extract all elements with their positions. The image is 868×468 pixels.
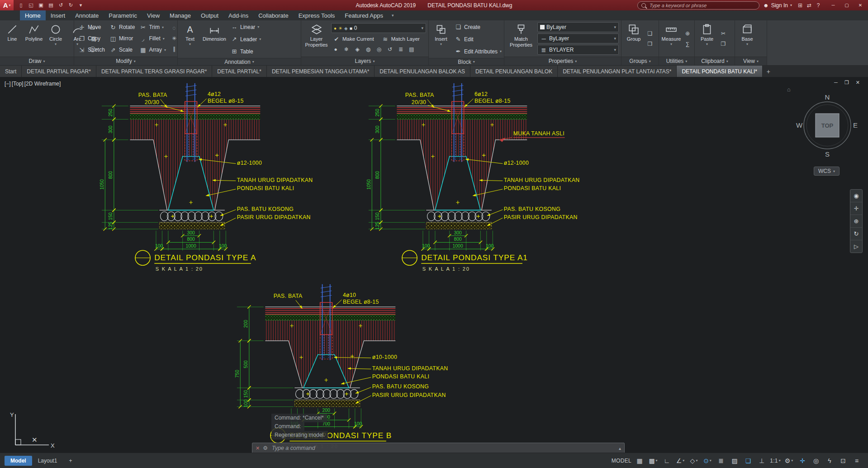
move-button[interactable]: ✛ Move bbox=[76, 22, 107, 33]
ribbon-tab-collaborate[interactable]: Collaborate bbox=[253, 10, 294, 20]
doc-tab-detail-partial-teras-garasi-pagar-[interactable]: DETAIL PARTIAL TERAS GARASI PAGAR* bbox=[96, 66, 212, 77]
new-drawing-tab-button[interactable]: + bbox=[763, 66, 774, 77]
new-layout-button[interactable]: + bbox=[63, 456, 78, 466]
ungroup-button[interactable]: ❑ bbox=[645, 29, 655, 38]
object-color-dropdown[interactable]: ByLayer ▾ bbox=[537, 22, 619, 32]
paste-button[interactable]: Paste ▾ bbox=[697, 21, 717, 56]
doc-restore-button[interactable]: ❐ bbox=[844, 80, 849, 86]
doc-tab-detail-penulangan-balok[interactable]: DETAIL PENULANGAN BALOK bbox=[470, 66, 558, 77]
group-button[interactable]: Group bbox=[624, 21, 644, 56]
command-input[interactable] bbox=[271, 444, 616, 452]
doc-tab-detail-penulangan-balok-as[interactable]: DETAIL PENULANGAN BALOK AS bbox=[375, 66, 470, 77]
clean-screen-button[interactable]: ⊡ bbox=[836, 455, 850, 466]
save-file-button[interactable]: ▣ bbox=[36, 0, 46, 10]
model-space-button[interactable]: MODEL bbox=[610, 455, 633, 466]
ortho-mode-button[interactable]: ∟ bbox=[660, 455, 674, 466]
panel-label-clipboard[interactable]: Clipboard ▾ bbox=[695, 57, 735, 65]
new-file-button[interactable]: ▯ bbox=[16, 0, 26, 10]
edit-block-button[interactable]: ✎ Edit bbox=[453, 33, 503, 45]
stretch-button[interactable]: ⇲ Stretch bbox=[76, 44, 107, 56]
customize-button[interactable]: ≡ bbox=[850, 455, 863, 466]
layer-walk-button[interactable]: ≣ bbox=[396, 45, 405, 54]
layer-dropdown[interactable]: ●☀◈■ 0 ▾ bbox=[331, 23, 426, 33]
layer-freeze-button[interactable]: ❄ bbox=[342, 45, 351, 54]
layer-off-button[interactable]: ● bbox=[331, 45, 340, 54]
polar-tracking-button[interactable]: ∠▾ bbox=[674, 455, 687, 466]
search-input[interactable] bbox=[649, 2, 755, 9]
command-history-toggle[interactable]: ▴ bbox=[619, 446, 621, 451]
lineweight-button[interactable]: ≣ bbox=[714, 455, 728, 466]
cut-clip-button[interactable]: ✂ bbox=[719, 29, 728, 38]
layout1-tab[interactable]: Layout1 bbox=[32, 456, 63, 466]
viewport-view-control[interactable]: [Top] bbox=[12, 81, 24, 87]
orbit-button[interactable]: ↻ bbox=[850, 228, 862, 240]
fillet-button[interactable]: ◞ Fillet ▾ bbox=[138, 33, 168, 44]
ribbon-tab-insert[interactable]: Insert bbox=[46, 10, 71, 20]
viewport-visual-style-control[interactable]: [2D Wireframe] bbox=[24, 81, 61, 87]
edit-attributes-button[interactable]: ✒ Edit Attributes ▾ bbox=[453, 46, 503, 57]
zoom-button[interactable]: ⊕ bbox=[850, 215, 862, 228]
measure-button[interactable]: Measure ▾ bbox=[661, 21, 681, 56]
quick-calculator-button[interactable]: ∑ bbox=[683, 39, 692, 48]
layer-states-button[interactable]: ▤ bbox=[407, 45, 416, 54]
window-minimize-button[interactable]: ─ bbox=[826, 0, 840, 10]
pan-button[interactable]: ✛ bbox=[850, 202, 862, 215]
snap-mode-button[interactable]: ▩▾ bbox=[646, 455, 660, 466]
ribbon-tab-home[interactable]: Home bbox=[20, 10, 46, 20]
steering-wheel-button[interactable]: ◉ bbox=[850, 190, 862, 202]
show-motion-button[interactable]: ▷ bbox=[850, 240, 862, 253]
panel-label-modify[interactable]: Modify ▾ bbox=[74, 57, 177, 65]
help-button[interactable]: ? bbox=[814, 2, 823, 9]
linetype-dropdown[interactable]: ─ ByLayer ▾ bbox=[537, 33, 619, 43]
app-store-button[interactable]: ⊞ bbox=[796, 2, 805, 9]
viewport-menu-control[interactable]: [−] bbox=[5, 81, 11, 87]
doc-tab-detail-partial-pagar-[interactable]: DETAIL PARTIAL PAGAR* bbox=[22, 66, 96, 77]
viewcube-north[interactable]: N bbox=[825, 93, 830, 101]
lineweight-list-dropdown[interactable]: ≣ BYLAYER ▾ bbox=[537, 45, 619, 55]
drawing-canvas[interactable]: [−][Top][2D Wireframe] ─❐✕ 2503008001501… bbox=[0, 77, 868, 453]
sign-in-button[interactable]: ☻ Sign In ▾ bbox=[763, 2, 792, 9]
command-close-icon[interactable]: ✕ bbox=[256, 445, 260, 451]
search-box[interactable] bbox=[637, 1, 759, 10]
ribbon-display-toggle[interactable]: ▾ bbox=[388, 10, 398, 20]
layer-lock-toggle-button[interactable]: ◈ bbox=[353, 45, 362, 54]
wcs-selector[interactable]: WCS ▾ bbox=[814, 167, 840, 176]
doc-tab-start[interactable]: Start bbox=[0, 66, 22, 77]
object-snap-button[interactable]: ⊙▾ bbox=[701, 455, 714, 466]
transparency-button[interactable]: ▨ bbox=[728, 455, 741, 466]
ribbon-tab-annotate[interactable]: Annotate bbox=[70, 10, 104, 20]
leader-button[interactable]: ↗ Leader ▾ bbox=[229, 33, 263, 45]
selection-cycling-button[interactable]: ❏ bbox=[741, 455, 755, 466]
panel-label-properties[interactable]: Properties ▾ bbox=[504, 57, 621, 65]
ribbon-tab-add-ins[interactable]: Add-ins bbox=[223, 10, 253, 20]
panel-label-annotation[interactable]: Annotation ▾ bbox=[178, 58, 301, 65]
grid-display-button[interactable]: ▦ bbox=[633, 455, 646, 466]
command-line[interactable]: ✕ ⚙ ▴ bbox=[252, 443, 625, 453]
doc-tab-detail-pembesian-tangga-utama-[interactable]: DETAIL PEMBESIAN TANGGA UTAMA* bbox=[267, 66, 375, 77]
panel-label-utilities[interactable]: Utilities ▾ bbox=[659, 57, 694, 65]
layer-on-icon[interactable]: ● bbox=[334, 26, 337, 31]
viewcube-home-icon[interactable]: ⌂ bbox=[787, 86, 791, 93]
model-tab[interactable]: Model bbox=[5, 456, 32, 466]
ribbon-tab-manage[interactable]: Manage bbox=[165, 10, 196, 20]
doc-tab-detail-penulangan-plat-lantai-atas-[interactable]: DETAIL PENULANGAN PLAT LANTAI ATAS* bbox=[558, 66, 677, 77]
isolate-objects-button[interactable]: ◎ bbox=[809, 455, 823, 466]
panel-label-groups[interactable]: Groups ▾ bbox=[621, 57, 659, 65]
text-button[interactable]: A Text ▾ bbox=[180, 21, 200, 57]
layer-isolate-button[interactable]: ◍ bbox=[364, 45, 373, 54]
dynamic-ucs-button[interactable]: ⊥ bbox=[755, 455, 768, 466]
copy-button[interactable]: ❐ Copy bbox=[76, 33, 107, 44]
layer-previous-button[interactable]: ↺ bbox=[385, 45, 394, 54]
circle-button[interactable]: Circle ▾ bbox=[46, 21, 66, 56]
layer-thaw-icon[interactable]: ☀ bbox=[338, 26, 342, 31]
line-button[interactable]: Line bbox=[2, 21, 22, 56]
panel-label-block[interactable]: Block ▾ bbox=[429, 58, 504, 65]
viewcube-west[interactable]: W bbox=[796, 121, 803, 129]
group-edit-button[interactable]: ❒ bbox=[645, 39, 655, 48]
layer-lock-icon[interactable]: ◈ bbox=[344, 26, 348, 31]
id-point-button[interactable]: ⊕ bbox=[683, 29, 692, 38]
layer-color-chip-icon[interactable]: ■ bbox=[350, 26, 352, 31]
quick-access-customize-button[interactable]: ▾ bbox=[76, 0, 85, 10]
dimension-button[interactable]: Dimension bbox=[202, 21, 227, 57]
plot-button[interactable]: ▤ bbox=[46, 0, 56, 10]
